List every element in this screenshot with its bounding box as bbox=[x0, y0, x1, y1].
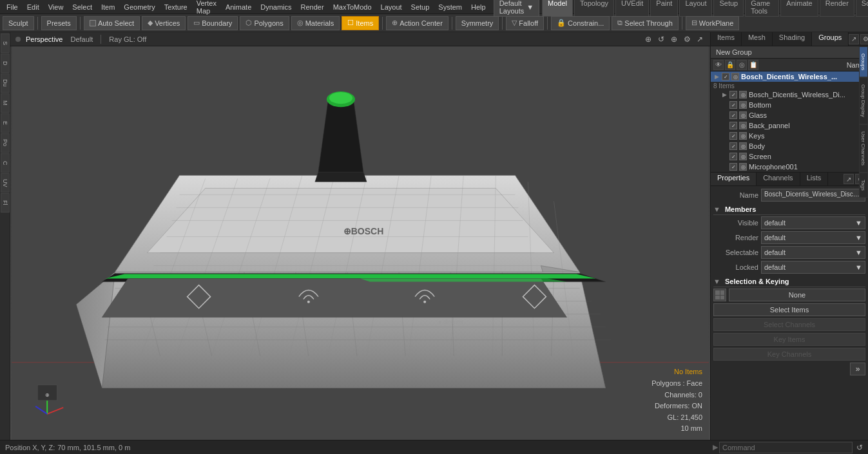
workplane-button[interactable]: ⊟ WorkPlane bbox=[686, 16, 740, 30]
materials-button[interactable]: ◎ Materials bbox=[291, 16, 340, 30]
constrain-button[interactable]: 🔒 Constrain... bbox=[551, 16, 610, 30]
vp-icon-settings[interactable]: ⚙ bbox=[682, 34, 692, 44]
tree-child-1[interactable]: ◎ Bottom bbox=[711, 100, 868, 110]
child-vis-7[interactable]: ◎ bbox=[739, 163, 747, 171]
tree-root-item[interactable]: ▶ ◎ Bosch_Dicentis_Wireless_... bbox=[711, 71, 868, 82]
child-check-1[interactable] bbox=[729, 101, 737, 109]
tab-scripting[interactable]: Scripting bbox=[856, 0, 868, 17]
child-check-2[interactable] bbox=[729, 111, 737, 119]
tree-child-4[interactable]: ◎ Keys bbox=[711, 131, 868, 141]
sidebar-duplicate[interactable]: Du bbox=[1, 73, 10, 93]
name-input[interactable]: Bosch_Dicentis_Wireless_Discussi bbox=[761, 189, 865, 202]
tab-groups[interactable]: Groups bbox=[812, 32, 849, 46]
sidebar-deform[interactable]: D bbox=[1, 53, 10, 73]
default-label[interactable]: Default bbox=[68, 35, 95, 43]
tab-shading[interactable]: Shading bbox=[773, 32, 812, 46]
child-check-6[interactable] bbox=[729, 153, 737, 160]
sk-toggle[interactable]: ▼ bbox=[713, 278, 720, 285]
tab-gametools[interactable]: Game Tools bbox=[745, 0, 779, 17]
tree-icon-circle[interactable]: ◎ bbox=[737, 60, 747, 70]
ray-gl-label[interactable]: Ray GL: Off bbox=[106, 35, 149, 43]
sk-select-items-btn[interactable]: Select Items bbox=[713, 303, 865, 316]
rp-expand-btn[interactable]: ↗ bbox=[849, 34, 859, 44]
child-check-7[interactable] bbox=[729, 163, 737, 171]
tree-root-toggle[interactable]: ▶ bbox=[713, 73, 720, 80]
menu-item-help[interactable]: Help bbox=[467, 2, 490, 12]
menu-item-vertexmap[interactable]: Vertex Map bbox=[193, 0, 220, 16]
auto-select-button[interactable]: Auto Select bbox=[84, 16, 140, 30]
sidebar-cut[interactable]: C bbox=[1, 153, 10, 173]
tab-paint[interactable]: Paint bbox=[650, 0, 678, 17]
sk-key-channels-btn[interactable]: Key Channels bbox=[713, 348, 865, 361]
rp-bot-expand-btn[interactable]: ↗ bbox=[844, 174, 854, 184]
boundary-button[interactable]: ▭ Boundary bbox=[188, 16, 238, 30]
child-vis-0[interactable]: ◎ bbox=[739, 91, 747, 99]
tab-uvedit[interactable]: UVEdit bbox=[615, 0, 649, 17]
tab-animate[interactable]: Animate bbox=[780, 0, 818, 17]
sk-arrow-btn[interactable]: » bbox=[850, 363, 865, 375]
child-vis-3[interactable]: ◎ bbox=[739, 122, 747, 129]
items-button[interactable]: ☐ Items bbox=[342, 16, 379, 30]
polygons-button[interactable]: ⬡ Polygons bbox=[240, 16, 289, 30]
child-vis-2[interactable]: ◎ bbox=[739, 111, 747, 119]
menu-item-maxtomodo[interactable]: MaxToModo bbox=[329, 2, 376, 12]
menu-item-system[interactable]: System bbox=[434, 2, 466, 12]
menu-item-dynamics[interactable]: Dynamics bbox=[256, 2, 295, 12]
tab-render[interactable]: Render bbox=[820, 0, 854, 17]
falloff-button[interactable]: ▽ Falloff bbox=[506, 16, 544, 30]
child-check-3[interactable] bbox=[729, 122, 737, 129]
new-group-button[interactable]: New Group bbox=[711, 46, 868, 59]
rs-tab-group-display[interactable]: Group Display bbox=[859, 77, 868, 124]
tab-items[interactable]: Items bbox=[711, 32, 742, 46]
tree-child-7[interactable]: ◎ Microphone001 bbox=[711, 162, 868, 172]
sk-select-channels-btn[interactable]: Select Channels bbox=[713, 318, 865, 331]
vp-icon-nav[interactable]: ⊕ bbox=[643, 34, 653, 44]
tree-root-vis[interactable]: ◎ bbox=[731, 73, 739, 80]
rs-tab-groups[interactable]: Groups bbox=[859, 46, 868, 77]
child-vis-6[interactable]: ◎ bbox=[739, 153, 747, 160]
tab-model[interactable]: Model bbox=[542, 0, 573, 17]
perspective-label[interactable]: Perspective bbox=[23, 35, 65, 43]
menu-item-setup[interactable]: Setup bbox=[407, 2, 434, 12]
sidebar-poly[interactable]: Po bbox=[1, 133, 10, 153]
menu-item-item[interactable]: Item bbox=[97, 2, 119, 12]
visible-dropdown[interactable]: default ▼ bbox=[761, 216, 865, 229]
sidebar-mesh[interactable]: M bbox=[1, 93, 10, 113]
child-check-4[interactable] bbox=[729, 132, 737, 140]
menu-item-file[interactable]: File bbox=[3, 2, 22, 12]
child-toggle-0[interactable]: ▶ bbox=[721, 91, 728, 98]
menu-item-edit[interactable]: Edit bbox=[23, 2, 43, 12]
menu-item-animate[interactable]: Animate bbox=[222, 2, 255, 12]
vp-icon-zoom[interactable]: ⊕ bbox=[669, 34, 679, 44]
menu-item-layout[interactable]: Layout bbox=[377, 2, 406, 12]
tree-child-3[interactable]: ◎ Back_pannel bbox=[711, 120, 868, 131]
sk-grid-icon[interactable] bbox=[713, 288, 726, 301]
tree-icon-lock[interactable]: 🔒 bbox=[725, 60, 735, 70]
tree-icon-clipboard[interactable]: 📋 bbox=[748, 60, 758, 70]
tree-child-5[interactable]: ◎ Body bbox=[711, 141, 868, 151]
tree-child-6[interactable]: ◎ Screen bbox=[711, 151, 868, 162]
rs-tab-user-channels[interactable]: User Channels bbox=[859, 124, 868, 173]
tab-topology[interactable]: Topology bbox=[574, 0, 614, 17]
symmetry-button[interactable]: Symmetry bbox=[456, 16, 499, 30]
tab-layout[interactable]: Layout bbox=[679, 0, 712, 17]
child-vis-5[interactable]: ◎ bbox=[739, 142, 747, 150]
render-dropdown[interactable]: default ▼ bbox=[761, 231, 865, 244]
selectable-dropdown[interactable]: default ▼ bbox=[761, 246, 865, 259]
presets-button[interactable]: Presets bbox=[41, 16, 77, 30]
tree-child-0[interactable]: ▶ ◎ Bosch_Dicentis_Wireless_Di... bbox=[711, 90, 868, 100]
command-refresh-btn[interactable]: ↺ bbox=[854, 442, 865, 453]
sidebar-fluids[interactable]: Fl bbox=[1, 193, 10, 213]
rp-settings-btn[interactable]: ⚙ bbox=[860, 34, 868, 44]
sk-key-items-btn[interactable]: Key Items bbox=[713, 333, 865, 346]
tab-mesh[interactable]: Mesh ... bbox=[742, 32, 773, 46]
tab-lists[interactable]: Lists bbox=[800, 173, 829, 185]
menu-item-view[interactable]: View bbox=[44, 2, 68, 12]
locked-dropdown[interactable]: default ▼ bbox=[761, 261, 865, 274]
sidebar-uv[interactable]: UV bbox=[1, 173, 10, 193]
child-check-0[interactable] bbox=[729, 91, 737, 99]
rs-tab-tags[interactable]: Tags bbox=[859, 173, 868, 198]
child-check-5[interactable] bbox=[729, 142, 737, 150]
select-through-button[interactable]: ⧉ Select Through bbox=[612, 16, 678, 30]
tab-channels[interactable]: Channels bbox=[757, 173, 800, 185]
